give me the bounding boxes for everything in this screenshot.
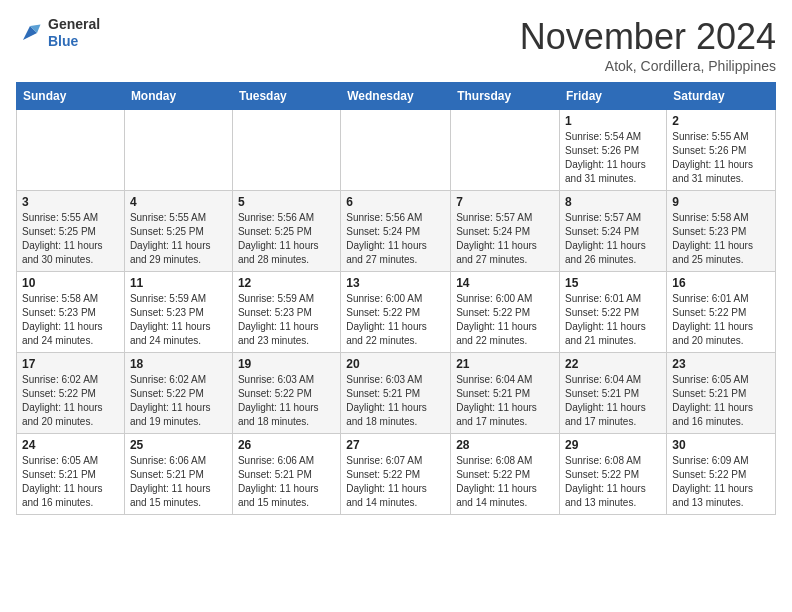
day-info: Sunrise: 6:05 AM Sunset: 5:21 PM Dayligh… [672, 373, 770, 429]
day-of-week-header: Friday [560, 83, 667, 110]
day-number: 15 [565, 276, 661, 290]
day-number: 17 [22, 357, 119, 371]
calendar-day-cell [17, 110, 125, 191]
day-info: Sunrise: 6:04 AM Sunset: 5:21 PM Dayligh… [456, 373, 554, 429]
calendar-day-cell: 8Sunrise: 5:57 AM Sunset: 5:24 PM Daylig… [560, 191, 667, 272]
calendar-day-cell: 21Sunrise: 6:04 AM Sunset: 5:21 PM Dayli… [451, 353, 560, 434]
day-number: 22 [565, 357, 661, 371]
calendar-week-row: 1Sunrise: 5:54 AM Sunset: 5:26 PM Daylig… [17, 110, 776, 191]
day-of-week-header: Thursday [451, 83, 560, 110]
page-header: General Blue November 2024 Atok, Cordill… [16, 16, 776, 74]
day-info: Sunrise: 6:01 AM Sunset: 5:22 PM Dayligh… [565, 292, 661, 348]
calendar-week-row: 3Sunrise: 5:55 AM Sunset: 5:25 PM Daylig… [17, 191, 776, 272]
calendar-day-cell: 30Sunrise: 6:09 AM Sunset: 5:22 PM Dayli… [667, 434, 776, 515]
calendar-week-row: 24Sunrise: 6:05 AM Sunset: 5:21 PM Dayli… [17, 434, 776, 515]
day-info: Sunrise: 6:09 AM Sunset: 5:22 PM Dayligh… [672, 454, 770, 510]
day-number: 8 [565, 195, 661, 209]
calendar-day-cell [341, 110, 451, 191]
day-number: 16 [672, 276, 770, 290]
day-info: Sunrise: 5:55 AM Sunset: 5:25 PM Dayligh… [130, 211, 227, 267]
day-info: Sunrise: 5:55 AM Sunset: 5:25 PM Dayligh… [22, 211, 119, 267]
day-info: Sunrise: 6:02 AM Sunset: 5:22 PM Dayligh… [22, 373, 119, 429]
month-title: November 2024 [520, 16, 776, 58]
day-info: Sunrise: 5:57 AM Sunset: 5:24 PM Dayligh… [565, 211, 661, 267]
day-number: 4 [130, 195, 227, 209]
day-info: Sunrise: 6:03 AM Sunset: 5:21 PM Dayligh… [346, 373, 445, 429]
calendar-day-cell: 15Sunrise: 6:01 AM Sunset: 5:22 PM Dayli… [560, 272, 667, 353]
calendar-day-cell: 13Sunrise: 6:00 AM Sunset: 5:22 PM Dayli… [341, 272, 451, 353]
day-number: 21 [456, 357, 554, 371]
day-info: Sunrise: 6:05 AM Sunset: 5:21 PM Dayligh… [22, 454, 119, 510]
calendar-day-cell: 4Sunrise: 5:55 AM Sunset: 5:25 PM Daylig… [124, 191, 232, 272]
day-number: 3 [22, 195, 119, 209]
day-number: 27 [346, 438, 445, 452]
title-block: November 2024 Atok, Cordillera, Philippi… [520, 16, 776, 74]
day-number: 12 [238, 276, 335, 290]
calendar-day-cell: 29Sunrise: 6:08 AM Sunset: 5:22 PM Dayli… [560, 434, 667, 515]
day-of-week-header: Wednesday [341, 83, 451, 110]
day-number: 19 [238, 357, 335, 371]
logo-blue: Blue [48, 33, 100, 50]
day-number: 11 [130, 276, 227, 290]
day-number: 30 [672, 438, 770, 452]
day-info: Sunrise: 5:58 AM Sunset: 5:23 PM Dayligh… [22, 292, 119, 348]
day-number: 7 [456, 195, 554, 209]
day-info: Sunrise: 6:03 AM Sunset: 5:22 PM Dayligh… [238, 373, 335, 429]
day-number: 14 [456, 276, 554, 290]
calendar-day-cell: 7Sunrise: 5:57 AM Sunset: 5:24 PM Daylig… [451, 191, 560, 272]
day-of-week-header: Saturday [667, 83, 776, 110]
day-number: 20 [346, 357, 445, 371]
calendar-day-cell [124, 110, 232, 191]
day-info: Sunrise: 6:06 AM Sunset: 5:21 PM Dayligh… [238, 454, 335, 510]
calendar-day-cell: 11Sunrise: 5:59 AM Sunset: 5:23 PM Dayli… [124, 272, 232, 353]
calendar-day-cell: 14Sunrise: 6:00 AM Sunset: 5:22 PM Dayli… [451, 272, 560, 353]
day-number: 26 [238, 438, 335, 452]
calendar-day-cell: 28Sunrise: 6:08 AM Sunset: 5:22 PM Dayli… [451, 434, 560, 515]
day-info: Sunrise: 6:00 AM Sunset: 5:22 PM Dayligh… [346, 292, 445, 348]
calendar-day-cell: 6Sunrise: 5:56 AM Sunset: 5:24 PM Daylig… [341, 191, 451, 272]
calendar-day-cell: 19Sunrise: 6:03 AM Sunset: 5:22 PM Dayli… [232, 353, 340, 434]
day-number: 10 [22, 276, 119, 290]
calendar-day-cell: 16Sunrise: 6:01 AM Sunset: 5:22 PM Dayli… [667, 272, 776, 353]
day-number: 28 [456, 438, 554, 452]
day-number: 9 [672, 195, 770, 209]
day-number: 1 [565, 114, 661, 128]
calendar-day-cell: 12Sunrise: 5:59 AM Sunset: 5:23 PM Dayli… [232, 272, 340, 353]
day-info: Sunrise: 5:59 AM Sunset: 5:23 PM Dayligh… [130, 292, 227, 348]
calendar-table: SundayMondayTuesdayWednesdayThursdayFrid… [16, 82, 776, 515]
calendar-day-cell: 17Sunrise: 6:02 AM Sunset: 5:22 PM Dayli… [17, 353, 125, 434]
day-of-week-header: Monday [124, 83, 232, 110]
day-info: Sunrise: 5:56 AM Sunset: 5:24 PM Dayligh… [346, 211, 445, 267]
day-info: Sunrise: 5:54 AM Sunset: 5:26 PM Dayligh… [565, 130, 661, 186]
day-info: Sunrise: 6:02 AM Sunset: 5:22 PM Dayligh… [130, 373, 227, 429]
calendar-day-cell: 1Sunrise: 5:54 AM Sunset: 5:26 PM Daylig… [560, 110, 667, 191]
calendar-day-cell: 26Sunrise: 6:06 AM Sunset: 5:21 PM Dayli… [232, 434, 340, 515]
day-info: Sunrise: 6:06 AM Sunset: 5:21 PM Dayligh… [130, 454, 227, 510]
day-number: 13 [346, 276, 445, 290]
day-info: Sunrise: 6:01 AM Sunset: 5:22 PM Dayligh… [672, 292, 770, 348]
calendar-day-cell: 3Sunrise: 5:55 AM Sunset: 5:25 PM Daylig… [17, 191, 125, 272]
day-info: Sunrise: 5:55 AM Sunset: 5:26 PM Dayligh… [672, 130, 770, 186]
day-number: 6 [346, 195, 445, 209]
calendar-day-cell [451, 110, 560, 191]
day-number: 29 [565, 438, 661, 452]
calendar-day-cell: 23Sunrise: 6:05 AM Sunset: 5:21 PM Dayli… [667, 353, 776, 434]
day-info: Sunrise: 5:57 AM Sunset: 5:24 PM Dayligh… [456, 211, 554, 267]
day-number: 24 [22, 438, 119, 452]
logo-bird-icon [16, 19, 44, 47]
calendar-day-cell: 5Sunrise: 5:56 AM Sunset: 5:25 PM Daylig… [232, 191, 340, 272]
calendar-day-cell: 24Sunrise: 6:05 AM Sunset: 5:21 PM Dayli… [17, 434, 125, 515]
logo: General Blue [16, 16, 100, 50]
logo-general: General [48, 16, 100, 33]
logo-text: General Blue [48, 16, 100, 50]
calendar-week-row: 17Sunrise: 6:02 AM Sunset: 5:22 PM Dayli… [17, 353, 776, 434]
day-info: Sunrise: 6:07 AM Sunset: 5:22 PM Dayligh… [346, 454, 445, 510]
day-number: 25 [130, 438, 227, 452]
day-info: Sunrise: 6:04 AM Sunset: 5:21 PM Dayligh… [565, 373, 661, 429]
day-info: Sunrise: 5:58 AM Sunset: 5:23 PM Dayligh… [672, 211, 770, 267]
location: Atok, Cordillera, Philippines [520, 58, 776, 74]
day-of-week-header: Tuesday [232, 83, 340, 110]
day-number: 23 [672, 357, 770, 371]
calendar-day-cell [232, 110, 340, 191]
day-number: 18 [130, 357, 227, 371]
